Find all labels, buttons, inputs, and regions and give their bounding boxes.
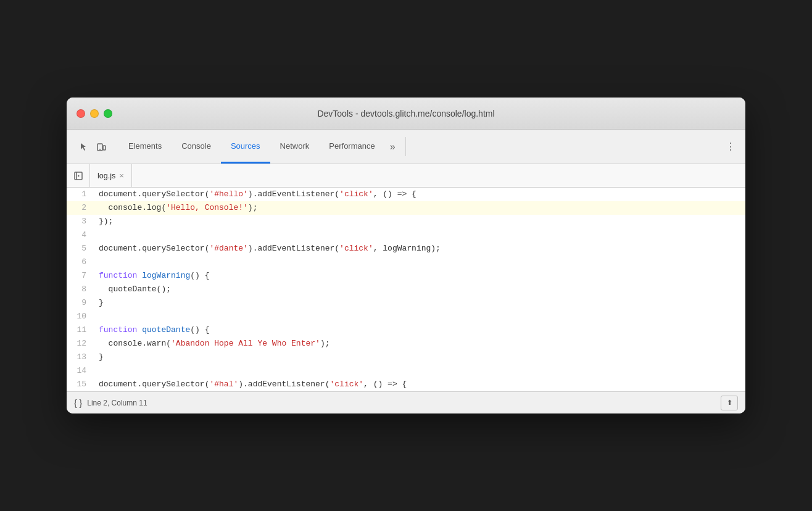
line-content-2: console.log('Hello, Console!'); bbox=[96, 201, 745, 215]
devtools-toolbar bbox=[72, 130, 114, 164]
code-line-3: 3 }); bbox=[67, 215, 745, 228]
line-number-11: 11 bbox=[67, 323, 96, 337]
tab-separator bbox=[405, 137, 406, 156]
line-content-13: } bbox=[96, 351, 745, 364]
line-number-3: 3 bbox=[67, 215, 96, 228]
file-tabs-bar: log.js × bbox=[67, 164, 745, 188]
code-line-5: 5 document.querySelector('#dante').addEv… bbox=[67, 242, 745, 255]
code-line-1: 1 document.querySelector('#hello').addEv… bbox=[67, 188, 745, 201]
code-line-6: 6 bbox=[67, 255, 745, 269]
line-number-12: 12 bbox=[67, 337, 96, 351]
line-content-9: } bbox=[96, 296, 745, 310]
expand-icon: ⬆ bbox=[727, 399, 732, 407]
code-line-12: 12 console.warn('Abandon Hope All Ye Who… bbox=[67, 337, 745, 351]
line-number-5: 5 bbox=[67, 242, 96, 255]
expand-button[interactable]: ⬆ bbox=[721, 396, 738, 410]
svg-marker-5 bbox=[78, 175, 80, 177]
code-line-8: 8 quoteDante(); bbox=[67, 283, 745, 296]
svg-rect-1 bbox=[103, 146, 106, 150]
tab-elements[interactable]: Elements bbox=[118, 130, 172, 164]
code-line-15: 15 document.querySelector('#hal').addEve… bbox=[67, 378, 745, 391]
format-icon[interactable]: { } bbox=[74, 398, 82, 408]
line-number-15: 15 bbox=[67, 378, 96, 391]
line-number-13: 13 bbox=[67, 351, 96, 364]
line-number-4: 4 bbox=[67, 228, 96, 242]
tabs-bar: Elements Console Sources Network Perform… bbox=[67, 130, 745, 164]
line-number-14: 14 bbox=[67, 364, 96, 378]
line-number-1: 1 bbox=[67, 188, 96, 201]
file-tab-close-button[interactable]: × bbox=[119, 172, 124, 180]
code-line-13: 13 } bbox=[67, 351, 745, 364]
window-title: DevTools - devtools.glitch.me/console/lo… bbox=[317, 109, 494, 118]
line-content-15: document.querySelector('#hal').addEventL… bbox=[96, 378, 745, 391]
code-line-7: 7 function logWarning() { bbox=[67, 269, 745, 283]
line-number-2: 2 bbox=[67, 201, 96, 215]
code-line-10: 10 bbox=[67, 310, 745, 323]
maximize-button[interactable] bbox=[104, 109, 112, 118]
line-content-11: function quoteDante() { bbox=[96, 323, 745, 337]
line-content-8: quoteDante(); bbox=[96, 283, 745, 296]
minimize-button[interactable] bbox=[90, 109, 99, 118]
code-editor[interactable]: 1 document.querySelector('#hello').addEv… bbox=[67, 188, 745, 391]
tab-sources[interactable]: Sources bbox=[221, 130, 270, 164]
line-content-1: document.querySelector('#hello').addEven… bbox=[96, 188, 745, 201]
device-icon[interactable] bbox=[94, 139, 109, 154]
code-line-11: 11 function quoteDante() { bbox=[67, 323, 745, 337]
panel-toggle-button[interactable] bbox=[67, 164, 90, 188]
tab-network[interactable]: Network bbox=[270, 130, 320, 164]
titlebar: DevTools - devtools.glitch.me/console/lo… bbox=[67, 98, 745, 130]
traffic-lights bbox=[77, 109, 112, 118]
line-number-9: 9 bbox=[67, 296, 96, 310]
code-line-9: 9 } bbox=[67, 296, 745, 310]
more-tabs-button[interactable]: » bbox=[385, 130, 400, 164]
line-number-6: 6 bbox=[67, 255, 96, 269]
line-content-5: document.querySelector('#dante').addEven… bbox=[96, 242, 745, 255]
line-content-7: function logWarning() { bbox=[96, 269, 745, 283]
statusbar: { } Line 2, Column 11 ⬆ bbox=[67, 391, 745, 413]
devtools-window: DevTools - devtools.glitch.me/console/lo… bbox=[67, 98, 745, 413]
inspect-icon[interactable] bbox=[77, 139, 91, 154]
line-number-8: 8 bbox=[67, 283, 96, 296]
code-line-2: 2 console.log('Hello, Console!'); bbox=[67, 201, 745, 215]
code-line-14: 14 bbox=[67, 364, 745, 378]
line-content-3: }); bbox=[96, 215, 745, 228]
cursor-position: Line 2, Column 11 bbox=[87, 399, 147, 407]
file-tab-logjs[interactable]: log.js × bbox=[90, 164, 132, 187]
tab-performance[interactable]: Performance bbox=[319, 130, 384, 164]
tab-console[interactable]: Console bbox=[172, 130, 221, 164]
code-line-4: 4 bbox=[67, 228, 745, 242]
devtools-menu-button[interactable]: ⋮ bbox=[721, 130, 740, 164]
close-button[interactable] bbox=[77, 109, 85, 118]
line-number-10: 10 bbox=[67, 310, 96, 323]
file-tab-name: log.js bbox=[97, 172, 115, 180]
line-content-12: console.warn('Abandon Hope All Ye Who En… bbox=[96, 337, 745, 351]
line-number-7: 7 bbox=[67, 269, 96, 283]
